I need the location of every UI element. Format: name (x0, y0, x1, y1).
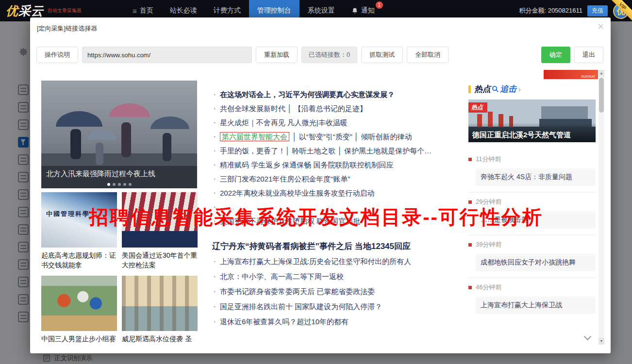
news-link[interactable]: 三部门发布2021年住房公积金年度“账单” (212, 172, 459, 186)
news-link[interactable]: 上海宣布打赢大上海保卫战:历史会记住坚守和付出的所有人 (212, 254, 459, 269)
news-link[interactable]: 共创全球发展新时代 │ 【沿着总书记的足迹】 (212, 101, 459, 116)
news-link-text: 精准赋码 学生返乡 保通保畅 国务院联防联控机制回应 (220, 161, 394, 169)
news-link[interactable]: 退休近6年被查算久吗？超过10年的都有 (212, 314, 459, 329)
hotspot-item-time-row: 11分钟前 (468, 155, 596, 164)
exit-button[interactable]: 退出 (574, 47, 603, 63)
thumbnail-image-text: 中國管理科學 (46, 210, 90, 218)
news-link[interactable]: 市委书记跻身省委常委两天后 已掌舵省委政法委 (212, 284, 459, 299)
hotspot-item-title: 成都地铁回应女子对小孩跳艳舞 (476, 254, 596, 271)
news-headline-list: 在这场对话会上，习近平为何强调要真心实意谋发展？共创全球发展新时代 │ 【沿着总… (212, 87, 459, 329)
hotspot-list: 11分钟前 奔驰车起火 4S店：非质量问题 29分钟前 ……是被俄击落 (468, 150, 596, 314)
hotspot-item-time-row: 29分钟前 (468, 198, 596, 206)
yellow-bar-icon (468, 85, 471, 93)
recharge-button[interactable]: 充值 (587, 5, 608, 17)
hotspot-item-time-row: 46分钟前 (468, 283, 596, 292)
promo-text: xuexue (581, 74, 595, 79)
news-link-text: 共创全球发展新时代 │ 【沿着总书记的足迹】 (220, 104, 367, 113)
news-link-text: 美国宪法不再保护女性堕胎权 联合国官员批 (220, 217, 360, 225)
hero-caption: 北方入汛来最强降雨过程今夜上线 (46, 169, 155, 178)
thumbnail-grid: 中國管理科學 起底高考志愿规划师：证书交钱就能拿 美国会通过近30年首个重大控枪… (41, 192, 200, 344)
thumbnail-image (122, 276, 198, 331)
hero-caption-bar: 北方入汛来最强降雨过程今夜上线 (41, 166, 197, 188)
news-link-selected-row[interactable]: 第六届世界智能大会 │ 以“智变”引“质变” │ 倾听创新的律动 (212, 130, 459, 144)
brand-tagline: 自动文章采集器 (48, 8, 82, 14)
news-link-text: 辽宁丹东“持黄码者看病被拦”事件之后 当地12345回应 (212, 242, 411, 251)
featured-title: 德国正重启北溪2号天然气管道 (472, 131, 571, 140)
hotspot-item[interactable]: 46分钟前 上海宣布打赢大上海保卫战 (468, 278, 596, 314)
hotspot-item-time: 29分钟前 (476, 198, 501, 206)
chevron-right-icon: › (518, 85, 521, 93)
nav-home-label: 首页 (140, 6, 153, 15)
thumbnail-story[interactable]: 美国会通过近30年首个重大控枪法案 (122, 192, 198, 270)
news-link[interactable]: 美国宪法不再保护女性堕胎权 联合国官员批 (212, 214, 459, 228)
hot-badge: 热点 (468, 102, 487, 113)
hero-carousel[interactable]: 北方入汛来最强降雨过程今夜上线 (41, 81, 197, 188)
news-link[interactable]: 星火成炬｜不舍再见 凡人微光|丰收温暖 (212, 116, 459, 130)
carousel-dot[interactable] (123, 183, 126, 186)
cancel-all-button[interactable]: 全部取消 (407, 47, 449, 63)
carousel-dots (107, 183, 132, 186)
dialog-title: [定向采集]链接选择器 (37, 25, 97, 32)
hotspot-item-time-row: 39分钟前 (468, 240, 596, 249)
brand-name-first: 优 (6, 4, 18, 17)
news-link[interactable]: 在这场对话会上，习近平为何强调要真心实意谋发展？ (212, 87, 459, 101)
nav-notifications-label: 通知 (361, 6, 375, 15)
preview-scrollbar[interactable]: ▲ ▼ (599, 70, 604, 345)
red-square-bullet-icon (468, 286, 472, 289)
dialog-header: [定向采集]链接选择器 × (30, 17, 611, 37)
news-link-text: …… (220, 203, 234, 211)
hotspot-item[interactable]: 11分钟前 奔驰车起火 4S店：非质量问题 (468, 150, 596, 186)
hotspot-header[interactable]: 热点 追击 › (468, 83, 596, 95)
promo-banner-fragment: xuexue (544, 70, 598, 79)
carousel-dot[interactable] (118, 183, 121, 186)
hotspot-item-title: ……是被俄击落 (476, 211, 596, 229)
news-link-text: 退休近6年被查算久吗？超过10年的都有 (220, 317, 349, 326)
news-link[interactable]: 国足亚洲排名跌出前十 国家队建设为何陷入停滞？ (212, 299, 459, 314)
credits-amount: 积分金额: 2050821611 (519, 6, 582, 15)
selected-link-highlight[interactable]: 第六届世界智能大会 (220, 132, 289, 141)
news-link[interactable]: 手里的饭，更香了！│ 聆听土地之歌 │ 保护黑土地就是保护每个… (212, 144, 459, 158)
news-link-text: 国足亚洲排名跌出前十 国家队建设为何陷入停滞？ (220, 302, 382, 311)
news-link[interactable]: 北京：中小学、高一高二等下周一返校 (212, 269, 459, 284)
news-link-text: 手里的饭，更香了！│ 聆听土地之歌 │ 保护黑土地就是保护每个… (220, 147, 432, 155)
thumbnail-caption: 威尼斯遇高水位侵袭 圣 (122, 334, 198, 344)
hotspot-column: 热点 追击 › 热点 德国正重启北 (468, 83, 596, 316)
app-root: 优采云 自动文章采集器 ≡ 首页 站长必读 计费方式 管理控制台 系统设置 通知… (0, 0, 632, 364)
magnifier-icon (492, 85, 499, 93)
news-link[interactable]: 辽宁丹东“持黄码者看病被拦”事件之后 当地12345回应 (212, 239, 459, 254)
thumbnail-story[interactable]: 中国三人男篮止步小组赛 (41, 276, 117, 344)
featured-story[interactable]: 热点 德国正重启北溪2号天然气管道 (468, 99, 596, 142)
url-input[interactable] (82, 47, 252, 63)
red-square-bullet-icon (468, 158, 472, 161)
nav-billing-label: 计费方式 (214, 6, 241, 15)
hotspot-title-left: 热点 (474, 83, 491, 95)
hotspot-item-title: 奔驰车起火 4S店：非质量问题 (476, 168, 596, 186)
red-square-bullet-icon (468, 200, 472, 204)
carousel-dot[interactable] (113, 183, 116, 186)
news-link[interactable]: 精准赋码 学生返乡 保通保畅 国务院联防联控机制回应 (212, 158, 459, 172)
scroll-thumb[interactable] (599, 78, 604, 113)
thumbnail-story[interactable]: 威尼斯遇高水位侵袭 圣 (122, 276, 198, 344)
news-link[interactable]: …… (212, 200, 459, 214)
carousel-dot[interactable] (129, 183, 132, 186)
hotspot-item[interactable]: 39分钟前 成都地铁回应女子对小孩跳艳舞 (468, 235, 596, 271)
brand-name-rest: 采云 (18, 4, 44, 17)
thumbnail-story[interactable]: 中國管理科學 起底高考志愿规划师：证书交钱就能拿 (41, 192, 117, 270)
carousel-dot[interactable] (107, 183, 110, 186)
reload-button[interactable]: 重新加载 (256, 47, 298, 63)
confirm-button[interactable]: 确定 (541, 47, 570, 63)
chevron-down-icon[interactable] (584, 333, 592, 341)
hotspot-item-title: 上海宣布打赢大上海保卫战 (476, 297, 596, 314)
scroll-down-arrow[interactable]: ▼ (599, 338, 604, 345)
brand-name: 优采云 (6, 3, 44, 19)
scroll-up-arrow[interactable]: ▲ (599, 70, 604, 77)
selected-links-count: 已选链接数：0 (301, 47, 357, 63)
crawl-test-button[interactable]: 抓取测试 (361, 47, 403, 63)
help-button[interactable]: 操作说明 (36, 47, 78, 63)
hotspot-title-right: 追击 (500, 83, 516, 95)
hotspot-item[interactable]: 29分钟前 ……是被俄击落 (468, 192, 596, 229)
news-link[interactable]: 2022年离校未就业高校毕业生服务攻坚行动启动 (212, 186, 459, 200)
news-link-text: 上海宣布打赢大上海保卫战:历史会记住坚守和付出的所有人 (220, 257, 411, 265)
close-icon[interactable]: × (598, 21, 604, 32)
news-link-text: 北京：中小学、高一高二等下周一返校 (220, 272, 344, 281)
